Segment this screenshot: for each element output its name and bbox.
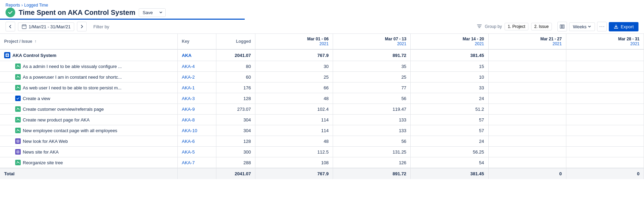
- filter-by-label: Filter by: [93, 24, 109, 29]
- issue-key-link[interactable]: AKA-4: [182, 64, 195, 69]
- issue-key-link[interactable]: AKA-6: [182, 139, 195, 144]
- columns-icon: [560, 24, 565, 29]
- breadcrumb-current: Logged Time: [24, 3, 48, 8]
- toolbar: 1/Mar/21 - 31/Mar/21 Filter by Group by …: [0, 20, 644, 34]
- filter-icon: [477, 23, 482, 30]
- save-button[interactable]: Save: [139, 9, 156, 17]
- table-row: Reorganize site tree AKA-7 288 108 126 5…: [0, 157, 644, 168]
- story-icon: [15, 128, 21, 133]
- totals-w4: 0: [488, 168, 566, 179]
- col-header-week1: Mar 01 - 06 2021: [255, 34, 333, 49]
- breadcrumb: Reports › Logged Time: [6, 3, 166, 8]
- col-header-key: Key: [177, 34, 216, 49]
- table-row: New employee contact page with all emplo…: [0, 125, 644, 136]
- totals-w5: 0: [566, 168, 644, 179]
- date-range-text: 1/Mar/21 - 31/Mar/21: [29, 24, 70, 29]
- issue-key-link[interactable]: AKA-2: [182, 75, 195, 80]
- story-icon: [15, 74, 21, 80]
- more-dots-icon: ···: [599, 23, 605, 30]
- group-by-issue-tag[interactable]: 2. Issue: [531, 23, 552, 30]
- issue-name-cell: As a admin I need to be able vissualy co…: [0, 61, 177, 72]
- report-table: Project / Issue ↑ Key Logged Mar 01 - 06…: [0, 34, 644, 179]
- issue-name-cell: News site for AKA: [0, 147, 177, 157]
- project-name-cell: AKA Control System: [0, 49, 177, 61]
- issue-name-cell: Create a view: [0, 93, 177, 104]
- col-header-project-issue[interactable]: Project / Issue ↑: [0, 34, 177, 49]
- issue-name-cell: Create customer overview/referrals page: [0, 104, 177, 115]
- story-icon: [15, 63, 21, 69]
- prev-button[interactable]: [6, 22, 15, 31]
- save-dropdown-button[interactable]: [156, 9, 165, 17]
- col-header-logged: Logged: [216, 34, 255, 49]
- next-button[interactable]: [77, 22, 87, 31]
- svg-rect-2: [562, 25, 563, 28]
- issue-name-cell: New look for AKA Web: [0, 136, 177, 147]
- weeks-label: Weeks: [573, 24, 587, 29]
- filter-by-input[interactable]: Filter by: [89, 22, 474, 31]
- issue-name-cell: As web user I need to be able to store p…: [0, 82, 177, 93]
- totals-w1: 767.9: [255, 168, 333, 179]
- col-header-week4: Mar 21 - 27 2021: [488, 34, 566, 49]
- totals-logged: 2041.07: [216, 168, 255, 179]
- table-row: As web user I need to be able to store p…: [0, 82, 644, 93]
- table-row: Create customer overview/referrals page …: [0, 104, 644, 115]
- breadcrumb-separator: ›: [21, 3, 23, 8]
- project-row: AKA Control System AKA 2041.07 767.9 891…: [0, 49, 644, 61]
- export-button[interactable]: Export: [609, 22, 638, 31]
- totals-w2: 891.72: [333, 168, 411, 179]
- group-by-project-tag[interactable]: 1. Project: [505, 23, 528, 30]
- export-label: Export: [621, 24, 634, 29]
- svg-rect-1: [560, 25, 562, 28]
- subtask-icon: [15, 149, 21, 155]
- issue-key-link[interactable]: AKA-3: [182, 96, 195, 101]
- project-icon: [4, 52, 10, 58]
- issue-key-link[interactable]: AKA-7: [182, 160, 195, 165]
- date-range-selector[interactable]: 1/Mar/21 - 31/Mar/21: [18, 22, 74, 31]
- story-icon: [15, 106, 21, 112]
- table-row: New look for AKA Web AKA-6 128 48 56 24: [0, 136, 644, 147]
- issue-key-link[interactable]: AKA-9: [182, 107, 195, 112]
- page-title: Time Spent on AKA Control System: [19, 9, 135, 17]
- save-button-group[interactable]: Save: [139, 8, 166, 17]
- issue-key-link[interactable]: AKA-5: [182, 149, 195, 155]
- table-row: Create new product page for AKA AKA-8 30…: [0, 115, 644, 125]
- columns-menu-button[interactable]: [557, 22, 567, 31]
- issue-name-cell: New employee contact page with all emplo…: [0, 125, 177, 136]
- svg-rect-0: [22, 25, 26, 29]
- calendar-icon: [22, 24, 27, 29]
- svg-rect-3: [563, 25, 564, 28]
- issue-key-link[interactable]: AKA-10: [182, 128, 197, 133]
- col-header-week2: Mar 07 - 13 2021: [333, 34, 411, 49]
- totals-w3: 381.45: [411, 168, 488, 179]
- story-icon: [15, 160, 21, 165]
- table-row: News site for AKA AKA-5 300 112.5 131.25…: [0, 147, 644, 157]
- more-options-button[interactable]: ···: [597, 22, 607, 31]
- table-row: As a poweruser I am in constant need for…: [0, 72, 644, 82]
- sort-icon: ↑: [35, 39, 37, 44]
- issue-name-cell: Reorganize site tree: [0, 157, 177, 168]
- story-icon: [15, 117, 21, 122]
- weeks-chevron-icon: [588, 25, 591, 28]
- totals-label: Total: [0, 168, 177, 179]
- report-table-container: Project / Issue ↑ Key Logged Mar 01 - 06…: [0, 34, 644, 179]
- project-key-link[interactable]: AKA: [182, 53, 192, 58]
- issue-key-link[interactable]: AKA-8: [182, 117, 195, 122]
- issue-name-cell: Create new product page for AKA: [0, 115, 177, 125]
- table-row: Create a view AKA-3 128 48 56 24: [0, 93, 644, 104]
- group-by-label: Group by: [485, 24, 502, 29]
- issue-key-link[interactable]: AKA-1: [182, 85, 195, 90]
- weeks-dropdown[interactable]: Weeks: [569, 22, 595, 31]
- totals-row: Total 2041.07 767.9 891.72 381.45 0 0: [0, 168, 644, 179]
- story-icon: [15, 85, 21, 90]
- export-icon: [614, 24, 618, 29]
- col-header-week3: Mar 14 - 20 2021: [411, 34, 488, 49]
- issue-name-cell: As a poweruser I am in constant need for…: [0, 72, 177, 82]
- subtask-icon: [15, 138, 21, 144]
- breadcrumb-parent[interactable]: Reports: [6, 3, 20, 8]
- col-header-week5: Mar 28 - 31 2021: [566, 34, 644, 49]
- table-row: As a admin I need to be able vissualy co…: [0, 61, 644, 72]
- status-check-icon: [6, 8, 15, 17]
- task-icon: [15, 96, 21, 101]
